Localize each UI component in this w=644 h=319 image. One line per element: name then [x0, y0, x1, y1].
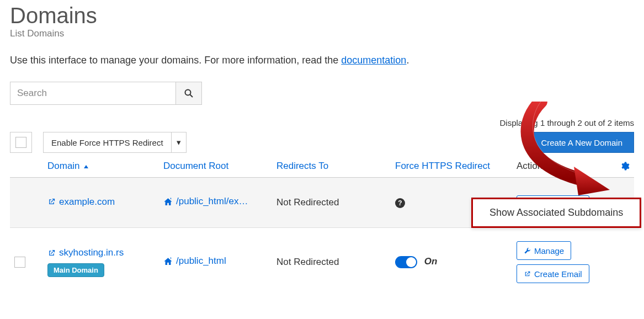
force-https-toggle[interactable]	[395, 256, 417, 268]
svg-line-1	[190, 95, 193, 98]
domain-link[interactable]: example.com	[47, 196, 115, 208]
document-root-link[interactable]: /public_html	[163, 256, 226, 267]
col-document-root[interactable]: Document Root	[159, 155, 272, 178]
manage-label: Manage	[534, 246, 564, 256]
create-email-button[interactable]: Create Email	[517, 264, 589, 283]
col-actions: Actions	[512, 155, 634, 178]
select-all-checkbox[interactable]	[15, 137, 26, 148]
domain-link[interactable]: skyhosting.in.rs	[47, 247, 124, 258]
external-link-icon	[47, 198, 56, 206]
create-domain-button[interactable]: Create A New Domain	[529, 132, 634, 153]
col-domain-label: Domain	[47, 161, 80, 171]
documentation-link[interactable]: documentation	[341, 55, 406, 66]
force-https-dropdown-toggle[interactable]: ▾	[171, 132, 187, 153]
page-title: Domains	[10, 3, 634, 28]
select-all-wrapper[interactable]	[10, 132, 32, 153]
intro-suffix: .	[406, 55, 409, 66]
search-bar	[10, 82, 634, 105]
col-force-https[interactable]: Force HTTPS Redirect	[391, 155, 512, 178]
enable-force-https-button[interactable]: Enable Force HTTPS Redirect	[43, 132, 171, 153]
result-count: Displaying 1 through 2 out of 2 items	[10, 118, 634, 127]
domain-name: skyhosting.in.rs	[59, 247, 124, 258]
help-icon[interactable]: ?	[395, 198, 405, 208]
redirects-to-cell: Not Redirected	[272, 228, 391, 297]
gear-icon[interactable]	[620, 161, 630, 171]
external-link-icon	[524, 270, 531, 278]
domain-name: example.com	[59, 196, 115, 208]
svg-point-0	[185, 90, 191, 95]
manage-button[interactable]: Manage	[517, 241, 571, 260]
document-root-link[interactable]: /public_html/ex…	[163, 196, 248, 207]
col-actions-label: Actions	[517, 161, 547, 172]
sort-asc-icon	[83, 164, 89, 169]
force-https-state: On	[424, 256, 438, 267]
search-input[interactable]	[10, 82, 175, 105]
wrench-icon	[524, 247, 531, 254]
search-icon	[184, 89, 193, 98]
external-link-icon	[47, 249, 56, 257]
main-domain-badge: Main Domain	[47, 263, 104, 277]
caret-down-icon: ▾	[177, 137, 181, 147]
create-email-label: Create Email	[534, 269, 582, 279]
col-domain[interactable]: Domain	[43, 155, 159, 178]
intro-prefix: Use this interface to manage your domain…	[10, 55, 341, 66]
redirects-to-cell: Not Redirected	[272, 178, 391, 228]
home-icon	[163, 197, 173, 206]
row-checkbox[interactable]	[14, 257, 25, 268]
document-root-path: /public_html/ex…	[176, 196, 248, 207]
gear-menu-item-show-subdomains[interactable]: Show Associated Subdomains	[471, 198, 641, 228]
home-icon	[163, 257, 173, 266]
table-row: skyhosting.in.rs Main Domain /public_htm…	[10, 228, 634, 297]
intro-text: Use this interface to manage your domain…	[10, 55, 634, 66]
col-redirects-to[interactable]: Redirects To	[272, 155, 391, 178]
document-root-path: /public_html	[176, 256, 226, 267]
search-button[interactable]	[175, 82, 202, 105]
page-subtitle: List Domains	[10, 28, 634, 39]
